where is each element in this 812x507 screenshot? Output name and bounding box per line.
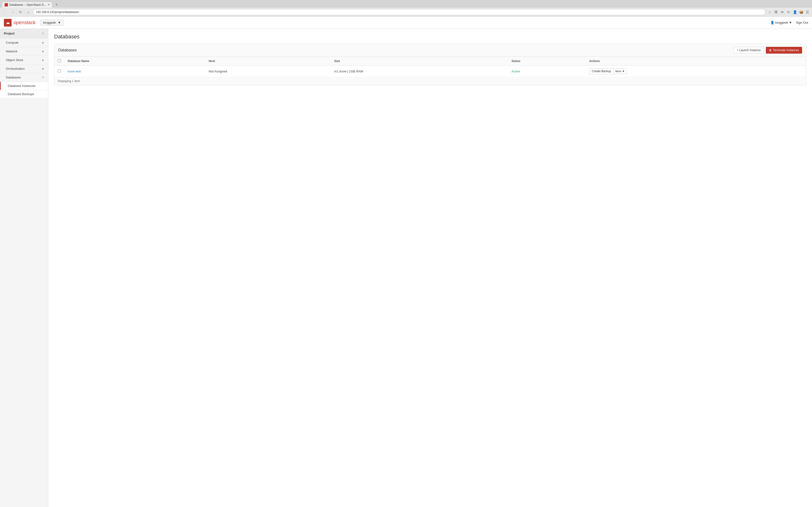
logo-text: openstack (13, 20, 36, 25)
sidebar-item-object-store-chevron: ▶ (42, 59, 44, 61)
sidebar-sub-item-instances-label: Database Instances (8, 84, 36, 88)
content-area: Databases Databases + Launch Instance 🗑 … (48, 29, 812, 507)
new-tab-btn[interactable]: + (53, 1, 60, 8)
main-layout: Project ▼ Compute ▶ Network ▶ Object Sto… (0, 29, 812, 507)
browser-address-bar: ← → ↻ ⌂ ☆ 微 ✉ ↻ 👤 📦 ☰ (0, 8, 812, 16)
refresh-icon[interactable]: ↻ (786, 9, 791, 15)
th-checkbox (54, 57, 64, 66)
project-name: longgeek (43, 21, 56, 24)
row-size-cell: m1.trove | 1GB RAM (331, 66, 508, 77)
row-name-cell: trove-test (64, 66, 205, 77)
sidebar-sub-item-backups-label: Database Backups (8, 92, 34, 96)
browser-tab[interactable]: Databases – OpenStack D... ✕ (2, 2, 52, 8)
sidebar-item-network-chevron: ▶ (42, 50, 44, 53)
home-btn[interactable]: ⌂ (25, 9, 32, 15)
sidebar-item-databases-chevron: ▼ (42, 76, 44, 79)
th-host: Host (205, 57, 331, 66)
row-actions-cell: Create Backup More ▼ (586, 66, 806, 77)
profile-icon[interactable]: 👤 (792, 9, 798, 15)
th-actions: Actions (586, 57, 806, 66)
forward-btn[interactable]: → (10, 9, 16, 15)
launch-instance-button[interactable]: + Launch Instance (734, 47, 764, 54)
select-all-checkbox[interactable] (58, 59, 61, 62)
row-status-cell: Active (508, 66, 586, 77)
sidebar-section-chevron: ▼ (42, 32, 44, 35)
table-footer: Displaying 1 Item (54, 77, 806, 85)
table-body: trove-test Not Assigned m1.trove | 1GB R… (54, 66, 806, 77)
back-btn[interactable]: ← (2, 9, 8, 15)
table-header: Database Name Host Size Status Actions (54, 57, 806, 66)
tab-favicon (5, 3, 8, 6)
mail-icon[interactable]: ✉ (779, 9, 785, 15)
table-header-row: Database Name Host Size Status Actions (54, 57, 806, 66)
terminate-instances-button[interactable]: 🗑 Terminate Instances (766, 47, 802, 54)
sidebar-item-network[interactable]: Network ▶ (0, 47, 48, 56)
row-checkbox[interactable] (58, 69, 61, 72)
sidebar-project-header[interactable]: Project ▼ (0, 29, 48, 38)
project-selector[interactable]: longgeek ▼ (40, 19, 63, 25)
browser-tab-bar: Databases – OpenStack D... ✕ + (0, 0, 812, 8)
app-header: ☁ openstack longgeek ▼ 👤 longgeek ▼ Sign… (0, 17, 812, 29)
user-menu[interactable]: 👤 longgeek ▼ (770, 21, 792, 24)
row-actions: Create Backup More ▼ (589, 68, 803, 74)
tab-title: Databases – OpenStack D... (9, 3, 46, 6)
sidebar-item-object-store[interactable]: Object Store ▶ (0, 56, 48, 64)
logo-icon: ☁ (4, 19, 12, 26)
menu-icon[interactable]: ☰ (805, 9, 810, 15)
databases-table: Database Name Host Size Status Actions t… (54, 57, 806, 77)
sidebar-sub-item-database-instances[interactable]: Database Instances (0, 82, 48, 90)
user-dropdown-icon: ▼ (789, 21, 792, 24)
refresh-btn[interactable]: ↻ (17, 9, 24, 15)
weibo-icon[interactable]: 微 (773, 9, 779, 15)
sidebar-item-databases[interactable]: Databases ▼ (0, 73, 48, 82)
sidebar-sub-item-database-backups[interactable]: Database Backups (0, 90, 48, 98)
user-name: longgeek (775, 21, 788, 24)
project-dropdown-icon: ▼ (58, 21, 61, 24)
sidebar-section-label: Project (4, 32, 14, 35)
address-input[interactable] (33, 9, 766, 15)
databases-panel: Databases + Launch Instance 🗑 Terminate … (54, 44, 806, 86)
tab-close-btn[interactable]: ✕ (48, 3, 50, 6)
panel-header: Databases + Launch Instance 🗑 Terminate … (54, 44, 806, 57)
logo-area: ☁ openstack (4, 19, 36, 26)
terminate-label: Terminate Instances (773, 49, 799, 52)
sidebar-item-compute-label: Compute (6, 41, 18, 44)
extension-icon[interactable]: 📦 (799, 9, 804, 15)
table-row: trove-test Not Assigned m1.trove | 1GB R… (54, 66, 806, 77)
logo-text-accent: stack (24, 20, 36, 25)
sidebar-item-orchestration-label: Orchestration (6, 67, 24, 70)
browser-actions: ☆ 微 ✉ ↻ 👤 📦 ☰ (767, 9, 810, 15)
browser-chrome: Databases – OpenStack D... ✕ + ← → ↻ ⌂ ☆… (0, 0, 812, 17)
logo-text-plain: open (13, 20, 24, 25)
sidebar-item-object-store-label: Object Store (6, 58, 23, 62)
create-backup-button[interactable]: Create Backup (589, 68, 614, 74)
th-database-name: Database Name (64, 57, 205, 66)
table-footer-text: Displaying 1 Item (58, 79, 80, 83)
more-actions-label: More ▼ (615, 70, 625, 73)
header-right: 👤 longgeek ▼ Sign Out (770, 21, 808, 24)
th-size: Size (331, 57, 508, 66)
panel-actions: + Launch Instance 🗑 Terminate Instances (734, 47, 802, 54)
sidebar-item-compute[interactable]: Compute ▶ (0, 38, 48, 47)
sidebar-item-orchestration[interactable]: Orchestration ▶ (0, 64, 48, 73)
user-icon: 👤 (770, 21, 774, 24)
terminate-icon: 🗑 (769, 49, 772, 52)
sidebar-item-compute-chevron: ▶ (42, 41, 44, 44)
sidebar-item-orchestration-chevron: ▶ (42, 67, 44, 70)
status-badge: Active (512, 69, 520, 73)
page-title: Databases (54, 34, 806, 40)
sidebar-item-databases-label: Databases (6, 75, 21, 79)
database-name-link[interactable]: trove-test (68, 69, 81, 73)
more-actions-button[interactable]: More ▼ (614, 68, 627, 74)
sign-out-button[interactable]: Sign Out (796, 21, 808, 24)
bookmark-btn[interactable]: ☆ (767, 9, 772, 15)
th-status: Status (508, 57, 586, 66)
sidebar-item-network-label: Network (6, 50, 17, 53)
row-checkbox-cell (54, 66, 64, 77)
sidebar: Project ▼ Compute ▶ Network ▶ Object Sto… (0, 29, 48, 507)
row-host-cell: Not Assigned (205, 66, 331, 77)
panel-title: Databases (58, 48, 77, 52)
